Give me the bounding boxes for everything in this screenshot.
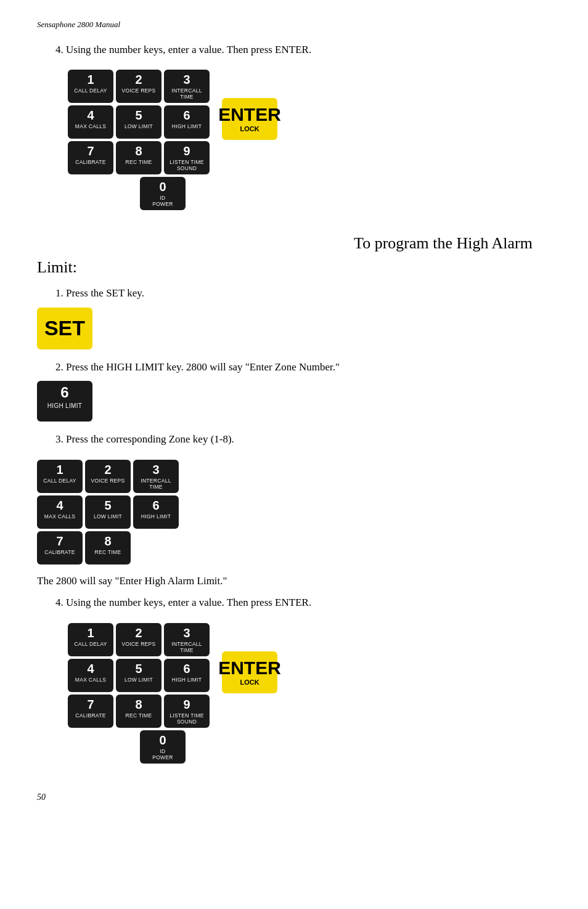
final-key-voice-reps[interactable]: 2 VOICE REPS: [116, 623, 161, 656]
final-enter-key[interactable]: ENTER LOCK: [222, 651, 277, 693]
step4-final: 4. Using the number keys, enter a value.…: [55, 595, 551, 611]
keypad-row-4: 0 ID POWER: [68, 177, 210, 210]
final-key-call-delay[interactable]: 1 CALL DELAY: [68, 623, 113, 656]
zone-key-low-limit[interactable]: 5 LOW LIMIT: [85, 495, 131, 529]
high-limit-key-wrapper: 6 HIGH LIMIT: [37, 381, 551, 422]
set-key-wrapper: SET: [37, 308, 551, 349]
final-keypad-row-2: 4 MAX CALLS 5 LOW LIMIT 6 HIGH LIMIT: [68, 659, 210, 692]
step2-text: 2. Press the HIGH LIMIT key. 2800 will s…: [55, 359, 551, 375]
set-key[interactable]: SET: [37, 308, 92, 349]
key-listen-time-1[interactable]: 9 LISTEN TIME SOUND: [164, 141, 210, 174]
zone-key-calibrate[interactable]: 7 CALIBRATE: [37, 531, 83, 565]
final-keypad-row-3: 7 CALIBRATE 8 REC TIME 9 LISTEN TIME SOU…: [68, 695, 210, 728]
enter-wrapper-1: ENTER LOCK: [222, 63, 277, 140]
key-low-limit-1[interactable]: 5 LOW LIMIT: [116, 105, 161, 139]
zone-key-intercall-time[interactable]: 3 INTERCALL TIME: [133, 460, 179, 493]
zone-keypad: 1 CALL DELAY 2 VOICE REPS 3 INTERCALL TI…: [37, 460, 179, 565]
high-limit-key[interactable]: 6 HIGH LIMIT: [37, 381, 92, 422]
keypad-section-1: 1 CALL DELAY 2 VOICE REPS 3 INTERCALL TI…: [68, 63, 551, 219]
final-keypad: 1 CALL DELAY 2 VOICE REPS 3 INTERCALL TI…: [68, 623, 210, 764]
final-key-low-limit[interactable]: 5 LOW LIMIT: [116, 659, 161, 692]
high-alarm-heading-right: To program the High Alarm: [354, 231, 533, 255]
step3-text: 3. Press the corresponding Zone key (1-8…: [55, 431, 551, 447]
key-zero-1[interactable]: 0 ID POWER: [140, 177, 186, 210]
key-high-limit-1[interactable]: 6 HIGH LIMIT: [164, 105, 210, 139]
manual-title: Sensaphone 2800 Manual: [37, 18, 551, 31]
info-text: The 2800 will say "Enter High Alarm Limi…: [37, 573, 551, 589]
final-key-calibrate[interactable]: 7 CALIBRATE: [68, 695, 113, 728]
final-key-high-limit[interactable]: 6 HIGH LIMIT: [164, 659, 210, 692]
zone-key-rec-time[interactable]: 8 REC TIME: [85, 531, 131, 565]
zone-keypad-row-3: 7 CALIBRATE 8 REC TIME: [37, 531, 179, 565]
key-call-delay-1[interactable]: 1 CALL DELAY: [68, 70, 113, 103]
step4-intro: 4. Using the number keys, enter a value.…: [55, 42, 551, 58]
high-alarm-limit-label: Limit:: [37, 255, 551, 279]
page-number: 50: [37, 791, 551, 804]
zone-key-max-calls[interactable]: 4 MAX CALLS: [37, 495, 83, 529]
final-key-zero[interactable]: 0 ID POWER: [140, 730, 186, 764]
final-key-max-calls[interactable]: 4 MAX CALLS: [68, 659, 113, 692]
final-keypad-row-1: 1 CALL DELAY 2 VOICE REPS 3 INTERCALL TI…: [68, 623, 210, 656]
final-key-listen-time[interactable]: 9 LISTEN TIME SOUND: [164, 695, 210, 728]
key-voice-reps-1[interactable]: 2 VOICE REPS: [116, 70, 161, 103]
key-max-calls-1[interactable]: 4 MAX CALLS: [68, 105, 113, 139]
final-enter-wrapper: ENTER LOCK: [222, 617, 277, 693]
zone-keypad-row-1: 1 CALL DELAY 2 VOICE REPS 3 INTERCALL TI…: [37, 460, 179, 493]
keypad-row-1: 1 CALL DELAY 2 VOICE REPS 3 INTERCALL TI…: [68, 70, 210, 103]
keypad-1: 1 CALL DELAY 2 VOICE REPS 3 INTERCALL TI…: [68, 70, 210, 210]
zone-key-high-limit[interactable]: 6 HIGH LIMIT: [133, 495, 179, 529]
final-key-rec-time[interactable]: 8 REC TIME: [116, 695, 161, 728]
step1-text: 1. Press the SET key.: [55, 285, 551, 301]
zone-key-call-delay[interactable]: 1 CALL DELAY: [37, 460, 83, 493]
keypad-row-2: 4 MAX CALLS 5 LOW LIMIT 6 HIGH LIMIT: [68, 105, 210, 139]
keypad-row-3: 7 CALIBRATE 8 REC TIME 9 LISTEN TIME SOU…: [68, 141, 210, 174]
final-key-intercall-time[interactable]: 3 INTERCALL TIME: [164, 623, 210, 656]
key-rec-time-1[interactable]: 8 REC TIME: [116, 141, 161, 174]
enter-key-1[interactable]: ENTER LOCK: [222, 98, 277, 140]
zone-key-voice-reps[interactable]: 2 VOICE REPS: [85, 460, 131, 493]
zone-keypad-row-2: 4 MAX CALLS 5 LOW LIMIT 6 HIGH LIMIT: [37, 495, 179, 529]
key-calibrate-1[interactable]: 7 CALIBRATE: [68, 141, 113, 174]
final-keypad-row-4: 0 ID POWER: [68, 730, 210, 764]
key-intercall-time-1[interactable]: 3 INTERCALL TIME: [164, 70, 210, 103]
final-keypad-section: 1 CALL DELAY 2 VOICE REPS 3 INTERCALL TI…: [68, 617, 551, 772]
